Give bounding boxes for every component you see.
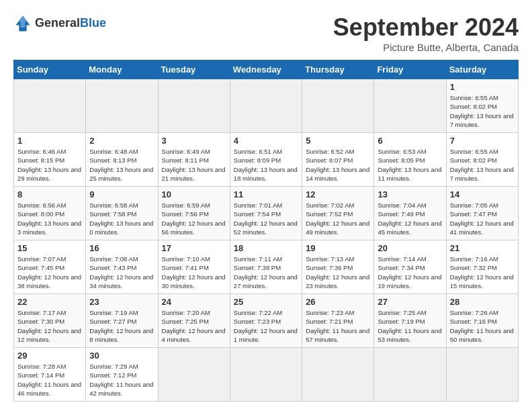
calendar-cell: 27Sunrise: 7:25 AM Sunset: 7:19 PM Dayli… [374, 294, 446, 348]
calendar-cell [302, 348, 374, 402]
day-info: Sunrise: 7:04 AM Sunset: 7:49 PM Dayligh… [378, 201, 442, 236]
day-number: 18 [234, 243, 298, 253]
day-number: 22 [17, 297, 82, 307]
calendar-cell: 25Sunrise: 7:22 AM Sunset: 7:23 PM Dayli… [230, 294, 302, 348]
day-info: Sunrise: 7:07 AM Sunset: 7:45 PM Dayligh… [17, 255, 82, 290]
calendar-cell: 15Sunrise: 7:07 AM Sunset: 7:45 PM Dayli… [14, 240, 86, 294]
day-info: Sunrise: 6:52 AM Sunset: 8:07 PM Dayligh… [306, 147, 370, 183]
calendar-cell [302, 79, 374, 133]
calendar-cell: 7Sunrise: 6:55 AM Sunset: 8:02 PM Daylig… [446, 133, 518, 187]
day-header-tuesday: Tuesday [158, 60, 230, 79]
calendar-week-4: 15Sunrise: 7:07 AM Sunset: 7:45 PM Dayli… [14, 240, 519, 294]
day-number: 29 [17, 351, 82, 361]
day-number: 24 [162, 297, 226, 307]
calendar-cell [14, 79, 86, 133]
day-info: Sunrise: 7:26 AM Sunset: 7:16 PM Dayligh… [450, 308, 515, 344]
day-number: 19 [306, 243, 370, 253]
day-number: 9 [89, 189, 154, 199]
day-number: 20 [378, 243, 442, 253]
day-header-saturday: Saturday [446, 60, 518, 79]
day-info: Sunrise: 7:16 AM Sunset: 7:32 PM Dayligh… [450, 255, 515, 290]
calendar-cell: 18Sunrise: 7:11 AM Sunset: 7:38 PM Dayli… [230, 240, 302, 294]
day-number: 6 [378, 136, 442, 146]
day-number: 3 [162, 136, 226, 146]
day-number: 26 [306, 297, 370, 307]
calendar-cell: 6Sunrise: 6:53 AM Sunset: 8:05 PM Daylig… [374, 133, 446, 187]
calendar-cell: 14Sunrise: 7:05 AM Sunset: 7:47 PM Dayli… [446, 187, 518, 240]
day-number: 23 [89, 297, 154, 307]
day-header-sunday: Sunday [14, 60, 86, 79]
logo-text: GeneralBlue [35, 16, 106, 30]
day-number: 4 [234, 136, 298, 146]
day-number: 15 [17, 243, 82, 253]
calendar-table: SundayMondayTuesdayWednesdayThursdayFrid… [13, 60, 519, 402]
calendar-cell: 24Sunrise: 7:20 AM Sunset: 7:25 PM Dayli… [158, 294, 230, 348]
day-info: Sunrise: 7:11 AM Sunset: 7:38 PM Dayligh… [234, 255, 298, 290]
day-number: 28 [450, 297, 515, 307]
day-info: Sunrise: 7:19 AM Sunset: 7:27 PM Dayligh… [89, 308, 154, 344]
day-info: Sunrise: 7:29 AM Sunset: 7:12 PM Dayligh… [89, 362, 154, 398]
day-info: Sunrise: 6:49 AM Sunset: 8:11 PM Dayligh… [162, 147, 226, 183]
day-number: 13 [378, 189, 442, 199]
calendar-cell: 21Sunrise: 7:16 AM Sunset: 7:32 PM Dayli… [446, 240, 518, 294]
title-area: September 2024 Picture Butte, Alberta, C… [333, 13, 519, 53]
day-info: Sunrise: 6:46 AM Sunset: 8:15 PM Dayligh… [17, 147, 82, 183]
day-info: Sunrise: 7:28 AM Sunset: 7:14 PM Dayligh… [17, 362, 82, 398]
calendar-week-3: 8Sunrise: 6:56 AM Sunset: 8:00 PM Daylig… [14, 187, 519, 240]
day-number: 17 [162, 243, 226, 253]
day-info: Sunrise: 7:05 AM Sunset: 7:47 PM Dayligh… [450, 201, 515, 236]
calendar-week-2: 1Sunrise: 6:46 AM Sunset: 8:15 PM Daylig… [14, 133, 519, 187]
day-info: Sunrise: 7:17 AM Sunset: 7:30 PM Dayligh… [17, 308, 82, 344]
calendar-cell: 16Sunrise: 7:08 AM Sunset: 7:43 PM Dayli… [86, 240, 158, 294]
day-number: 7 [450, 136, 515, 146]
calendar-subtitle: Picture Butte, Alberta, Canada [333, 42, 519, 53]
calendar-cell: 9Sunrise: 6:58 AM Sunset: 7:58 PM Daylig… [86, 187, 158, 240]
header-row: SundayMondayTuesdayWednesdayThursdayFrid… [14, 60, 519, 79]
day-info: Sunrise: 7:01 AM Sunset: 7:54 PM Dayligh… [234, 201, 298, 236]
day-number: 11 [234, 189, 298, 199]
calendar-cell [446, 348, 518, 402]
calendar-week-6: 29Sunrise: 7:28 AM Sunset: 7:14 PM Dayli… [14, 348, 519, 402]
day-info: Sunrise: 6:48 AM Sunset: 8:13 PM Dayligh… [89, 147, 154, 183]
calendar-week-1: 1Sunrise: 6:55 AM Sunset: 8:02 PM Daylig… [14, 79, 519, 133]
day-number: 1 [450, 82, 515, 92]
day-number: 30 [89, 351, 154, 361]
calendar-cell: 20Sunrise: 7:14 AM Sunset: 7:34 PM Dayli… [374, 240, 446, 294]
day-number: 5 [306, 136, 370, 146]
calendar-cell: 22Sunrise: 7:17 AM Sunset: 7:30 PM Dayli… [14, 294, 86, 348]
day-info: Sunrise: 7:20 AM Sunset: 7:25 PM Dayligh… [162, 308, 226, 344]
calendar-cell: 1Sunrise: 6:46 AM Sunset: 8:15 PM Daylig… [14, 133, 86, 187]
day-info: Sunrise: 7:25 AM Sunset: 7:19 PM Dayligh… [378, 308, 442, 344]
calendar-cell: 13Sunrise: 7:04 AM Sunset: 7:49 PM Dayli… [374, 187, 446, 240]
calendar-cell [230, 348, 302, 402]
calendar-cell [158, 79, 230, 133]
logo: GeneralBlue [13, 13, 106, 32]
day-info: Sunrise: 6:55 AM Sunset: 8:02 PM Dayligh… [450, 93, 515, 129]
day-info: Sunrise: 7:23 AM Sunset: 7:21 PM Dayligh… [306, 308, 370, 344]
day-info: Sunrise: 7:22 AM Sunset: 7:23 PM Dayligh… [234, 308, 298, 344]
day-info: Sunrise: 6:59 AM Sunset: 7:56 PM Dayligh… [162, 201, 226, 236]
day-info: Sunrise: 7:08 AM Sunset: 7:43 PM Dayligh… [89, 255, 154, 290]
day-info: Sunrise: 6:56 AM Sunset: 8:00 PM Dayligh… [17, 201, 82, 236]
calendar-cell: 3Sunrise: 6:49 AM Sunset: 8:11 PM Daylig… [158, 133, 230, 187]
calendar-cell: 17Sunrise: 7:10 AM Sunset: 7:41 PM Dayli… [158, 240, 230, 294]
day-info: Sunrise: 7:14 AM Sunset: 7:34 PM Dayligh… [378, 255, 442, 290]
day-info: Sunrise: 6:51 AM Sunset: 8:09 PM Dayligh… [234, 147, 298, 183]
calendar-cell [374, 79, 446, 133]
calendar-title: September 2024 [333, 13, 519, 42]
calendar-cell [230, 79, 302, 133]
calendar-cell [374, 348, 446, 402]
day-number: 1 [17, 136, 82, 146]
calendar-cell: 29Sunrise: 7:28 AM Sunset: 7:14 PM Dayli… [14, 348, 86, 402]
day-info: Sunrise: 6:55 AM Sunset: 8:02 PM Dayligh… [450, 147, 515, 183]
day-header-wednesday: Wednesday [230, 60, 302, 79]
day-number: 12 [306, 189, 370, 199]
calendar-cell: 2Sunrise: 6:48 AM Sunset: 8:13 PM Daylig… [86, 133, 158, 187]
calendar-cell: 28Sunrise: 7:26 AM Sunset: 7:16 PM Dayli… [446, 294, 518, 348]
calendar-cell: 1Sunrise: 6:55 AM Sunset: 8:02 PM Daylig… [446, 79, 518, 133]
calendar-cell: 30Sunrise: 7:29 AM Sunset: 7:12 PM Dayli… [86, 348, 158, 402]
day-header-monday: Monday [86, 60, 158, 79]
calendar-cell: 11Sunrise: 7:01 AM Sunset: 7:54 PM Dayli… [230, 187, 302, 240]
day-number: 21 [450, 243, 515, 253]
calendar-cell: 8Sunrise: 6:56 AM Sunset: 8:00 PM Daylig… [14, 187, 86, 240]
